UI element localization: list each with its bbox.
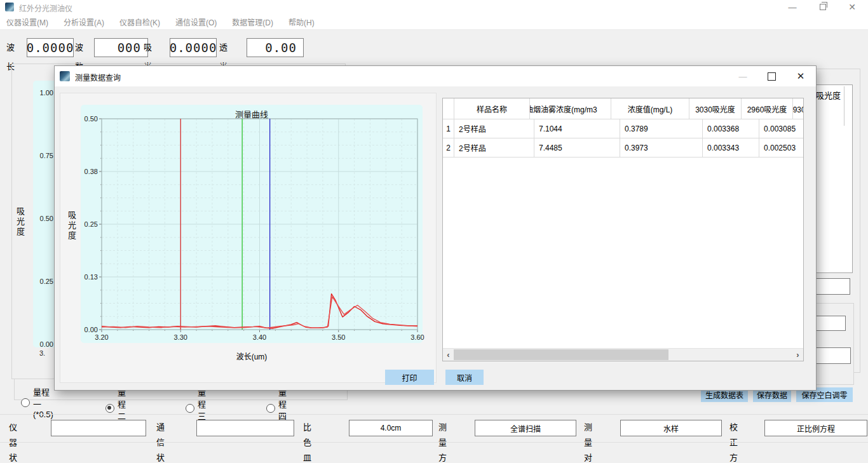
table-cell: 7.1044 xyxy=(534,119,620,138)
x-tick-label: 3.40 xyxy=(253,333,266,341)
dialog-chart-area: 测量曲线 3.203.303.403.503.600.500.380.250.1… xyxy=(81,105,423,343)
dialog-chart-ylabel: 吸光度 xyxy=(65,211,78,241)
dialog-chart-panel: 测量曲线 3.203.303.403.503.600.500.380.250.1… xyxy=(60,93,437,383)
y-tick-label: 0.25 xyxy=(36,278,53,285)
correction-method-field[interactable]: 正比例方程 xyxy=(764,420,867,436)
comm-status-field[interactable] xyxy=(196,420,294,436)
x-tick-label: 3.60 xyxy=(410,333,424,341)
menu-item[interactable]: 分析设置(A) xyxy=(62,17,105,27)
cuvette-spec-label: 比色皿规格 xyxy=(303,420,311,435)
header-text: 2930吸光度 xyxy=(793,104,804,114)
x-tick-label: 3.20 xyxy=(95,333,108,341)
header-text: 2960吸光度 xyxy=(747,104,787,114)
table-cell: 2 xyxy=(443,138,454,157)
menu-item[interactable]: 数据管理(D) xyxy=(231,17,275,27)
measure-object-label: 测量对象 xyxy=(584,420,592,435)
y-tick-label: 0.50 xyxy=(36,215,53,222)
y-tick-label: 0.25 xyxy=(85,220,98,228)
scroll-left-arrow[interactable]: ‹ xyxy=(443,349,454,361)
table-hscrollbar[interactable]: ‹ › xyxy=(443,348,803,361)
y-tick-label: 0.00 xyxy=(85,326,98,333)
restore-icon xyxy=(820,4,826,10)
table-cell: 0.003085 xyxy=(759,119,804,138)
measure-object-field[interactable]: 水样 xyxy=(620,420,722,436)
table-cell: 0.3973 xyxy=(620,138,703,157)
table-cell: 0.3789 xyxy=(620,119,703,138)
header-text: 油烟油雾浓度(mg/m3 xyxy=(530,104,597,114)
menu-item[interactable]: 通信设置(O) xyxy=(174,17,218,27)
y-tick-label: 0.75 xyxy=(36,152,53,159)
radio-circle-icon xyxy=(105,404,114,413)
main-restore-button[interactable] xyxy=(813,1,832,13)
instrument-status-label: 仪器状态: xyxy=(9,420,20,435)
table-cell: 2号样品 xyxy=(454,138,534,157)
y-tick-label: 1.00 xyxy=(36,89,53,97)
comm-status-label: 通信状态: xyxy=(156,420,167,435)
dialog-maximize-button[interactable] xyxy=(762,70,781,83)
instrument-status-field[interactable] xyxy=(51,420,146,436)
radio-circle-icon xyxy=(266,404,275,413)
measure-mode-label: 测量方式 xyxy=(438,420,447,435)
lcd-field-label: 波长 xyxy=(6,38,15,57)
print-button[interactable]: 打印 xyxy=(385,370,434,385)
scroll-right-arrow[interactable]: › xyxy=(792,349,803,361)
measure-mode-field[interactable]: 全谱扫描 xyxy=(475,420,576,436)
table-header-cell[interactable]: 2930吸光度 xyxy=(793,98,804,119)
radio-circle-icon xyxy=(21,398,30,407)
header-text: 3030吸光度 xyxy=(695,104,735,114)
table-content: 样品名称油烟油雾浓度(mg/m3浓度值(mg/L)3030吸光度2960吸光度2… xyxy=(443,98,803,158)
table-row[interactable]: 12号样品7.10440.37890.0033680.0030850.000 xyxy=(443,119,803,138)
table-cell: 0.003343 xyxy=(703,138,759,157)
lcd-transmittance-display: 0.00 xyxy=(247,38,304,57)
y-tick-label: 0.00 xyxy=(36,340,53,348)
lcd-field-label: 波数 xyxy=(75,38,83,57)
menu-item[interactable]: 仪器自检(K) xyxy=(118,17,161,27)
dialog-titlebar: 测量数据查询 — ✕ xyxy=(55,66,816,86)
scrollbar-thumb[interactable] xyxy=(454,349,668,360)
table-header-cell[interactable]: 2960吸光度 xyxy=(742,98,793,119)
table-header-cell[interactable]: 样品名称 xyxy=(454,98,530,119)
x-tick-label: 3.30 xyxy=(174,333,187,341)
y-tick-label: 0.50 xyxy=(85,115,98,123)
table-cell: 2号样品 xyxy=(454,119,534,138)
menu-item[interactable]: 帮助(H) xyxy=(287,17,316,27)
table-header-cell[interactable] xyxy=(443,98,454,119)
main-chart-xtick-partial: 3. xyxy=(39,349,45,357)
dialog-minimize-button: — xyxy=(733,70,752,83)
statusbar-divider xyxy=(0,414,868,415)
main-minimize-button[interactable]: — xyxy=(783,1,802,13)
main-titlebar: 红外分光测油仪 — ✕ xyxy=(0,0,868,14)
main-window-title: 红外分光测油仪 xyxy=(19,3,72,13)
lcd-absorbance-display: 0.0000 xyxy=(170,38,217,57)
table-cell: 0.003368 xyxy=(703,119,759,138)
right-list-column-divider xyxy=(844,86,844,126)
dialog-close-button[interactable]: ✕ xyxy=(791,70,810,83)
table-row[interactable]: 22号样品7.44850.39730.0033430.0025030.001 xyxy=(443,138,803,158)
cancel-button[interactable]: 取消 xyxy=(445,370,484,385)
dialog-icon xyxy=(60,71,70,81)
x-tick-label: 3.50 xyxy=(332,333,345,341)
lcd-wavenumber-display: 000 xyxy=(94,38,148,57)
header-text: 浓度值(mg/L) xyxy=(628,104,673,114)
dialog-chart-xlabel: 波长(um) xyxy=(81,351,423,361)
main-close-button[interactable]: ✕ xyxy=(843,1,862,13)
table-header-row: 样品名称油烟油雾浓度(mg/m3浓度值(mg/L)3030吸光度2960吸光度2… xyxy=(443,98,803,119)
maximize-icon xyxy=(768,72,776,81)
correction-method-label: 校正方式 xyxy=(729,420,738,435)
table-header-cell[interactable]: 3030吸光度 xyxy=(689,98,742,119)
measure-data-table: 样品名称油烟油雾浓度(mg/m3浓度值(mg/L)3030吸光度2960吸光度2… xyxy=(442,98,804,361)
cuvette-spec-field[interactable]: 4.0cm xyxy=(349,420,433,436)
right-list-header: 吸光度 xyxy=(816,89,841,101)
scrollbar-track[interactable] xyxy=(454,349,792,361)
lcd-wavelength-display: 0.0000 xyxy=(27,38,74,57)
dialog-title: 测量数据查询 xyxy=(75,72,121,83)
radio-circle-icon xyxy=(186,404,194,413)
lcd-field-label: 吸光度 xyxy=(144,38,152,57)
table-header-cell[interactable]: 油烟油雾浓度(mg/m3 xyxy=(530,98,611,119)
menu-item[interactable]: 仪器设置(M) xyxy=(5,17,50,27)
menu-bar: 仪器设置(M)分析设置(A)仪器自检(K)通信设置(O)数据管理(D)帮助(H) xyxy=(0,14,868,30)
table-header-cell[interactable]: 浓度值(mg/L) xyxy=(611,98,689,119)
y-tick-label: 0.13 xyxy=(85,273,98,281)
table-cell: 0.002503 xyxy=(759,138,804,157)
y-tick-label: 0.38 xyxy=(85,168,98,175)
